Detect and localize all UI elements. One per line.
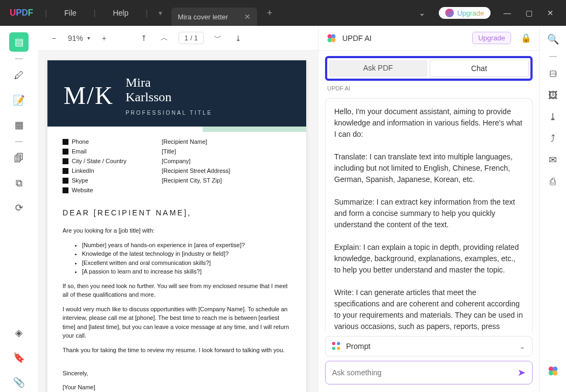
professional-title: PROFESSIONAL TITLE — [126, 110, 212, 116]
tool-pages-icon[interactable]: ▦ — [9, 115, 29, 135]
ai-upgrade-button[interactable]: Upgrade — [472, 32, 511, 44]
page-indicator[interactable]: 1 / 1 — [178, 32, 204, 44]
menu-file[interactable]: File — [49, 9, 92, 17]
print-icon[interactable]: ⎙ — [547, 176, 559, 187]
tab-chat[interactable]: Chat — [430, 60, 529, 77]
upgrade-badge[interactable]: Upgrade — [439, 7, 491, 19]
search-icon[interactable]: 🔍 — [547, 33, 559, 45]
ai-tabs: Ask PDF Chat — [325, 56, 533, 81]
recipient-block: [Recipient Name] [Title] [Company] [Reci… — [162, 138, 230, 193]
chevron-down-icon[interactable]: ⌄ — [417, 9, 427, 17]
email-icon — [63, 149, 68, 155]
upgrade-icon — [445, 9, 454, 17]
zoom-out-button[interactable]: − — [47, 32, 60, 45]
tool-convert-icon[interactable]: ⟳ — [9, 198, 29, 218]
zoom-level[interactable]: 91%▾ — [68, 34, 90, 43]
share-icon[interactable]: ⤴ — [547, 132, 559, 144]
ask-input-container: ➤ — [325, 361, 533, 384]
document-canvas[interactable]: M/K Mira Karlsson PROFESSIONAL TITLE Pho… — [38, 51, 318, 392]
svg-point-3 — [331, 38, 335, 42]
image-icon[interactable]: 🖼 — [547, 89, 559, 101]
website-icon — [63, 187, 68, 193]
close-tab-icon[interactable]: ✕ — [244, 12, 251, 21]
ocr-icon[interactable]: OCR — [547, 68, 559, 80]
location-icon — [63, 158, 68, 164]
linkedin-icon — [63, 168, 68, 174]
updf-ai-logo-icon — [326, 33, 337, 44]
window-close-icon[interactable]: ✕ — [546, 9, 555, 17]
tool-highlighter-icon[interactable]: 🖊 — [9, 66, 29, 85]
export-icon[interactable]: ⤓ — [547, 111, 559, 123]
tool-edit-icon[interactable]: 📝 — [9, 90, 29, 110]
letter-body: DEAR [RECIPIENT NAME], Are you looking f… — [47, 195, 306, 392]
ai-header: UPDF AI Upgrade 🔒 — [319, 26, 539, 51]
ai-title: UPDF AI — [342, 34, 371, 43]
tool-reader-icon[interactable]: ▤ — [9, 32, 29, 52]
svg-point-9 — [553, 370, 557, 375]
contact-left: Phone Email City / State / Country Linke… — [63, 138, 149, 193]
title-bar: UPDF | File | Help | ▾ Mira cover letter… — [0, 0, 566, 26]
monogram: M/K — [64, 81, 114, 110]
skype-icon — [63, 178, 68, 184]
name-first: Mira — [126, 75, 212, 90]
svg-text:OCR: OCR — [551, 72, 557, 75]
layers-icon[interactable]: ◈ — [9, 323, 29, 342]
upgrade-label: Upgrade — [457, 9, 484, 17]
tab-title: Mira cover letter — [178, 13, 228, 21]
lock-icon[interactable]: 🔒 — [521, 33, 532, 43]
attachment-icon[interactable]: 📎 — [9, 373, 29, 392]
prompt-label: Prompt — [346, 342, 370, 351]
first-page-button[interactable]: ⤒ — [137, 32, 150, 45]
ai-panel: UPDF AI Upgrade 🔒 Ask PDF Chat UPDF AI H… — [318, 26, 539, 392]
document-area: − 91%▾ + ⤒ ︿ 1 / 1 ﹀ ⤓ M/K Mira Karlsson… — [38, 26, 318, 392]
bookmark-icon[interactable]: 🔖 — [9, 348, 29, 367]
prev-page-button[interactable]: ︿ — [158, 32, 171, 45]
prompt-selector[interactable]: Prompt ⌄ — [325, 336, 533, 356]
tool-organize-icon[interactable]: 🗐 — [9, 149, 29, 168]
menu-help[interactable]: Help — [98, 9, 143, 17]
window-maximize-icon[interactable]: ▢ — [524, 9, 534, 17]
zoom-in-button[interactable]: + — [98, 32, 111, 45]
mail-icon[interactable]: ✉ — [547, 154, 559, 166]
tool-crop-icon[interactable]: ⧉ — [9, 173, 29, 193]
name-last: Karlsson — [126, 90, 212, 104]
last-page-button[interactable]: ⤓ — [232, 32, 245, 45]
new-tab-button[interactable]: + — [267, 8, 273, 19]
ai-messages[interactable]: Hello, I'm your document assistant, aimi… — [319, 95, 539, 332]
app-logo: UPDF — [0, 8, 43, 18]
page-1: M/K Mira Karlsson PROFESSIONAL TITLE Pho… — [47, 60, 306, 392]
ai-assistant-message: Hello, I'm your document assistant, aimi… — [325, 98, 533, 332]
window-minimize-icon[interactable]: — — [502, 9, 512, 17]
ai-subtitle: UPDF AI — [319, 83, 539, 95]
tab-dropdown-icon[interactable]: ▾ — [150, 9, 171, 17]
right-sidebar: 🔍 OCR 🖼 ⤓ ⤴ ✉ ⎙ — [539, 26, 566, 392]
phone-icon — [63, 139, 68, 145]
tab-ask-pdf[interactable]: Ask PDF — [329, 60, 427, 77]
document-tab[interactable]: Mira cover letter ✕ — [171, 8, 257, 26]
ai-launcher-icon[interactable] — [547, 365, 559, 377]
document-toolbar: − 91%▾ + ⤒ ︿ 1 / 1 ﹀ ⤓ — [38, 26, 318, 51]
salutation: DEAR [RECIPIENT NAME], — [63, 207, 291, 219]
prompt-icon — [332, 342, 341, 351]
next-page-button[interactable]: ﹀ — [211, 32, 224, 45]
left-sidebar: ▤ 🖊 📝 ▦ 🗐 ⧉ ⟳ ◈ 🔖 📎 — [0, 26, 38, 392]
ask-input[interactable] — [332, 368, 517, 377]
send-button[interactable]: ➤ — [517, 367, 526, 379]
chevron-down-icon: ⌄ — [519, 342, 526, 351]
